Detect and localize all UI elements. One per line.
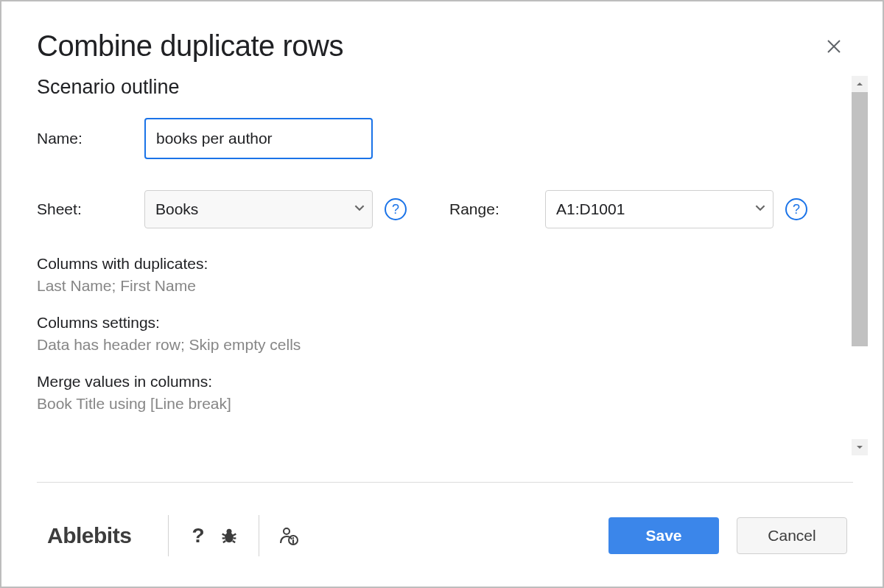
range-label: Range: (449, 200, 545, 218)
dialog-window: Combine duplicate rows Scenario outline … (0, 0, 884, 588)
svg-point-9 (284, 528, 290, 534)
dialog-footer: Ablebits ? (1, 498, 883, 587)
chevron-down-icon (354, 203, 365, 216)
chevron-up-icon (856, 80, 863, 88)
bug-icon (219, 525, 239, 546)
question-icon: ? (188, 525, 208, 546)
sheet-col: Sheet: Books ? (37, 190, 407, 228)
name-row: Name: (37, 118, 847, 159)
account-info-button[interactable] (276, 522, 302, 549)
dialog-body: Scenario outline Name: Sheet: Books ? (1, 76, 883, 462)
merge-value: Book Title using [Line break] (37, 395, 847, 413)
footer-divider (37, 482, 853, 483)
scroll-content: Scenario outline Name: Sheet: Books ? (37, 76, 847, 462)
scroll-up-button[interactable] (852, 76, 868, 92)
range-help-icon[interactable]: ? (785, 198, 807, 220)
sheet-dropdown[interactable]: Books (144, 190, 373, 228)
dup-cols-value: Last Name; First Name (37, 277, 847, 295)
name-label: Name: (37, 130, 144, 147)
name-input[interactable] (144, 118, 373, 159)
scrollbar[interactable] (852, 76, 868, 455)
person-info-icon (278, 525, 299, 546)
sheet-range-row: Sheet: Books ? Range: A1:D1001 (37, 190, 847, 228)
cols-settings-label: Columns settings: (37, 314, 847, 332)
bug-report-button[interactable] (216, 522, 242, 549)
help-button[interactable]: ? (185, 522, 211, 549)
divider (259, 515, 259, 556)
dialog-header: Combine duplicate rows (1, 1, 883, 76)
section-title: Scenario outline (37, 76, 847, 99)
range-col: Range: A1:D1001 ? (449, 190, 807, 228)
dialog-title: Combine duplicate rows (37, 29, 343, 63)
range-value: A1:D1001 (556, 200, 625, 218)
footer-left: Ablebits ? (47, 515, 302, 556)
close-button[interactable] (821, 33, 847, 60)
divider (168, 515, 169, 556)
cols-settings-block: Columns settings: Data has header row; S… (37, 314, 847, 354)
dup-cols-block: Columns with duplicates: Last Name; Firs… (37, 255, 847, 295)
svg-text:?: ? (192, 525, 205, 546)
merge-block: Merge values in columns: Book Title usin… (37, 373, 847, 413)
close-icon (825, 38, 843, 55)
scrollbar-thumb[interactable] (852, 92, 868, 346)
brand-logo: Ablebits (47, 523, 152, 548)
svg-line-3 (222, 534, 226, 536)
svg-line-4 (233, 534, 236, 536)
merge-label: Merge values in columns: (37, 373, 847, 391)
range-dropdown[interactable]: A1:D1001 (545, 190, 774, 228)
sheet-value: Books (155, 200, 198, 218)
sheet-help-icon[interactable]: ? (385, 198, 407, 220)
scroll-down-button[interactable] (852, 439, 868, 455)
svg-line-8 (233, 541, 236, 542)
chevron-down-icon (755, 203, 765, 216)
svg-point-2 (227, 529, 232, 534)
cols-settings-value: Data has header row; Skip empty cells (37, 336, 847, 354)
footer-buttons: Save Cancel (608, 517, 847, 554)
dup-cols-label: Columns with duplicates: (37, 255, 847, 273)
chevron-down-icon (856, 444, 863, 451)
sheet-label: Sheet: (37, 200, 144, 218)
cancel-button[interactable]: Cancel (737, 517, 847, 554)
save-button[interactable]: Save (608, 517, 719, 554)
svg-line-7 (223, 541, 226, 542)
